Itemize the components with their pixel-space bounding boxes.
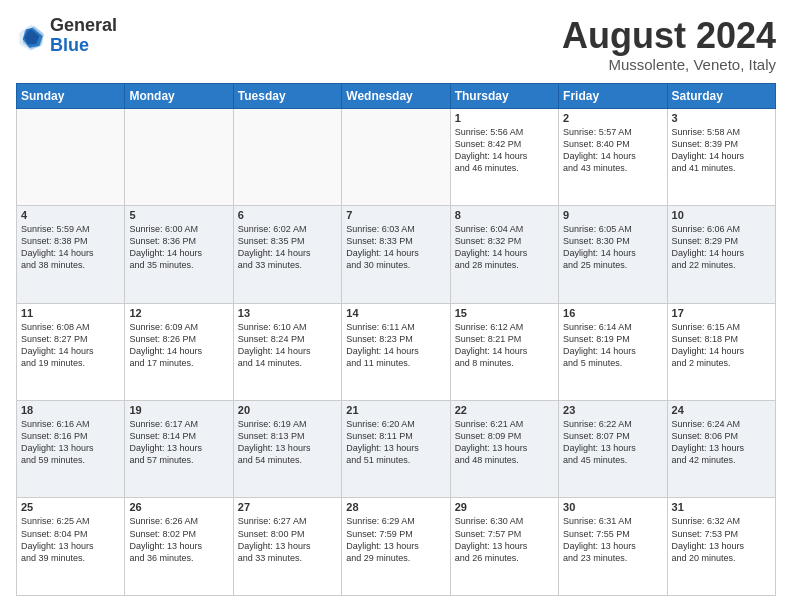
day-number: 4 xyxy=(21,209,120,221)
day-info: Sunrise: 6:10 AM Sunset: 8:24 PM Dayligh… xyxy=(238,321,337,370)
day-info: Sunrise: 6:17 AM Sunset: 8:14 PM Dayligh… xyxy=(129,418,228,467)
calendar-cell: 23Sunrise: 6:22 AM Sunset: 8:07 PM Dayli… xyxy=(559,401,667,498)
day-info: Sunrise: 6:02 AM Sunset: 8:35 PM Dayligh… xyxy=(238,223,337,272)
day-number: 11 xyxy=(21,307,120,319)
day-number: 23 xyxy=(563,404,662,416)
logo-blue: Blue xyxy=(50,35,89,55)
day-info: Sunrise: 6:21 AM Sunset: 8:09 PM Dayligh… xyxy=(455,418,554,467)
calendar-cell: 28Sunrise: 6:29 AM Sunset: 7:59 PM Dayli… xyxy=(342,498,450,596)
day-number: 5 xyxy=(129,209,228,221)
calendar-cell: 13Sunrise: 6:10 AM Sunset: 8:24 PM Dayli… xyxy=(233,303,341,400)
calendar-cell: 1Sunrise: 5:56 AM Sunset: 8:42 PM Daylig… xyxy=(450,108,558,205)
calendar-week-4: 18Sunrise: 6:16 AM Sunset: 8:16 PM Dayli… xyxy=(17,401,776,498)
day-info: Sunrise: 5:56 AM Sunset: 8:42 PM Dayligh… xyxy=(455,126,554,175)
month-year: August 2024 xyxy=(562,16,776,56)
calendar-cell xyxy=(17,108,125,205)
day-info: Sunrise: 6:26 AM Sunset: 8:02 PM Dayligh… xyxy=(129,515,228,564)
header: General Blue August 2024 Mussolente, Ven… xyxy=(16,16,776,73)
day-number: 18 xyxy=(21,404,120,416)
calendar-cell: 19Sunrise: 6:17 AM Sunset: 8:14 PM Dayli… xyxy=(125,401,233,498)
calendar-cell: 17Sunrise: 6:15 AM Sunset: 8:18 PM Dayli… xyxy=(667,303,775,400)
day-info: Sunrise: 6:29 AM Sunset: 7:59 PM Dayligh… xyxy=(346,515,445,564)
day-number: 25 xyxy=(21,501,120,513)
day-info: Sunrise: 6:24 AM Sunset: 8:06 PM Dayligh… xyxy=(672,418,771,467)
logo-general: General xyxy=(50,15,117,35)
page: General Blue August 2024 Mussolente, Ven… xyxy=(0,0,792,612)
generalblue-logo-icon xyxy=(16,21,46,51)
calendar-cell: 27Sunrise: 6:27 AM Sunset: 8:00 PM Dayli… xyxy=(233,498,341,596)
calendar-cell: 8Sunrise: 6:04 AM Sunset: 8:32 PM Daylig… xyxy=(450,206,558,303)
day-info: Sunrise: 6:06 AM Sunset: 8:29 PM Dayligh… xyxy=(672,223,771,272)
day-number: 19 xyxy=(129,404,228,416)
calendar-cell: 11Sunrise: 6:08 AM Sunset: 8:27 PM Dayli… xyxy=(17,303,125,400)
calendar-cell: 21Sunrise: 6:20 AM Sunset: 8:11 PM Dayli… xyxy=(342,401,450,498)
day-number: 22 xyxy=(455,404,554,416)
day-info: Sunrise: 6:12 AM Sunset: 8:21 PM Dayligh… xyxy=(455,321,554,370)
day-info: Sunrise: 6:16 AM Sunset: 8:16 PM Dayligh… xyxy=(21,418,120,467)
calendar-cell: 15Sunrise: 6:12 AM Sunset: 8:21 PM Dayli… xyxy=(450,303,558,400)
calendar-cell: 26Sunrise: 6:26 AM Sunset: 8:02 PM Dayli… xyxy=(125,498,233,596)
day-number: 13 xyxy=(238,307,337,319)
day-number: 12 xyxy=(129,307,228,319)
day-info: Sunrise: 6:25 AM Sunset: 8:04 PM Dayligh… xyxy=(21,515,120,564)
day-number: 14 xyxy=(346,307,445,319)
day-info: Sunrise: 6:22 AM Sunset: 8:07 PM Dayligh… xyxy=(563,418,662,467)
calendar-cell xyxy=(233,108,341,205)
day-info: Sunrise: 6:09 AM Sunset: 8:26 PM Dayligh… xyxy=(129,321,228,370)
day-info: Sunrise: 6:14 AM Sunset: 8:19 PM Dayligh… xyxy=(563,321,662,370)
day-number: 21 xyxy=(346,404,445,416)
day-number: 8 xyxy=(455,209,554,221)
calendar-cell: 9Sunrise: 6:05 AM Sunset: 8:30 PM Daylig… xyxy=(559,206,667,303)
calendar-week-1: 1Sunrise: 5:56 AM Sunset: 8:42 PM Daylig… xyxy=(17,108,776,205)
day-info: Sunrise: 6:08 AM Sunset: 8:27 PM Dayligh… xyxy=(21,321,120,370)
calendar-cell: 20Sunrise: 6:19 AM Sunset: 8:13 PM Dayli… xyxy=(233,401,341,498)
calendar-cell: 6Sunrise: 6:02 AM Sunset: 8:35 PM Daylig… xyxy=(233,206,341,303)
day-info: Sunrise: 6:31 AM Sunset: 7:55 PM Dayligh… xyxy=(563,515,662,564)
calendar-cell: 30Sunrise: 6:31 AM Sunset: 7:55 PM Dayli… xyxy=(559,498,667,596)
calendar-cell xyxy=(342,108,450,205)
calendar-cell: 4Sunrise: 5:59 AM Sunset: 8:38 PM Daylig… xyxy=(17,206,125,303)
day-info: Sunrise: 5:59 AM Sunset: 8:38 PM Dayligh… xyxy=(21,223,120,272)
day-number: 31 xyxy=(672,501,771,513)
logo-text: General Blue xyxy=(50,16,117,56)
col-wednesday: Wednesday xyxy=(342,83,450,108)
day-info: Sunrise: 6:30 AM Sunset: 7:57 PM Dayligh… xyxy=(455,515,554,564)
day-info: Sunrise: 6:20 AM Sunset: 8:11 PM Dayligh… xyxy=(346,418,445,467)
day-number: 29 xyxy=(455,501,554,513)
col-sunday: Sunday xyxy=(17,83,125,108)
calendar-header-row: Sunday Monday Tuesday Wednesday Thursday… xyxy=(17,83,776,108)
title-block: August 2024 Mussolente, Veneto, Italy xyxy=(562,16,776,73)
calendar-cell: 29Sunrise: 6:30 AM Sunset: 7:57 PM Dayli… xyxy=(450,498,558,596)
calendar-cell: 16Sunrise: 6:14 AM Sunset: 8:19 PM Dayli… xyxy=(559,303,667,400)
calendar-cell: 24Sunrise: 6:24 AM Sunset: 8:06 PM Dayli… xyxy=(667,401,775,498)
calendar-table: Sunday Monday Tuesday Wednesday Thursday… xyxy=(16,83,776,596)
calendar-cell: 12Sunrise: 6:09 AM Sunset: 8:26 PM Dayli… xyxy=(125,303,233,400)
day-number: 17 xyxy=(672,307,771,319)
col-thursday: Thursday xyxy=(450,83,558,108)
calendar-cell: 14Sunrise: 6:11 AM Sunset: 8:23 PM Dayli… xyxy=(342,303,450,400)
day-info: Sunrise: 6:04 AM Sunset: 8:32 PM Dayligh… xyxy=(455,223,554,272)
day-info: Sunrise: 6:11 AM Sunset: 8:23 PM Dayligh… xyxy=(346,321,445,370)
day-info: Sunrise: 6:19 AM Sunset: 8:13 PM Dayligh… xyxy=(238,418,337,467)
day-number: 24 xyxy=(672,404,771,416)
day-number: 20 xyxy=(238,404,337,416)
day-number: 10 xyxy=(672,209,771,221)
calendar-cell: 2Sunrise: 5:57 AM Sunset: 8:40 PM Daylig… xyxy=(559,108,667,205)
day-info: Sunrise: 6:27 AM Sunset: 8:00 PM Dayligh… xyxy=(238,515,337,564)
day-number: 15 xyxy=(455,307,554,319)
calendar-week-5: 25Sunrise: 6:25 AM Sunset: 8:04 PM Dayli… xyxy=(17,498,776,596)
location: Mussolente, Veneto, Italy xyxy=(562,56,776,73)
calendar-week-3: 11Sunrise: 6:08 AM Sunset: 8:27 PM Dayli… xyxy=(17,303,776,400)
calendar-cell: 22Sunrise: 6:21 AM Sunset: 8:09 PM Dayli… xyxy=(450,401,558,498)
col-monday: Monday xyxy=(125,83,233,108)
day-info: Sunrise: 6:00 AM Sunset: 8:36 PM Dayligh… xyxy=(129,223,228,272)
calendar-cell: 10Sunrise: 6:06 AM Sunset: 8:29 PM Dayli… xyxy=(667,206,775,303)
calendar-cell: 7Sunrise: 6:03 AM Sunset: 8:33 PM Daylig… xyxy=(342,206,450,303)
calendar-week-2: 4Sunrise: 5:59 AM Sunset: 8:38 PM Daylig… xyxy=(17,206,776,303)
day-info: Sunrise: 5:57 AM Sunset: 8:40 PM Dayligh… xyxy=(563,126,662,175)
day-number: 27 xyxy=(238,501,337,513)
day-number: 30 xyxy=(563,501,662,513)
logo: General Blue xyxy=(16,16,117,56)
day-number: 7 xyxy=(346,209,445,221)
col-friday: Friday xyxy=(559,83,667,108)
